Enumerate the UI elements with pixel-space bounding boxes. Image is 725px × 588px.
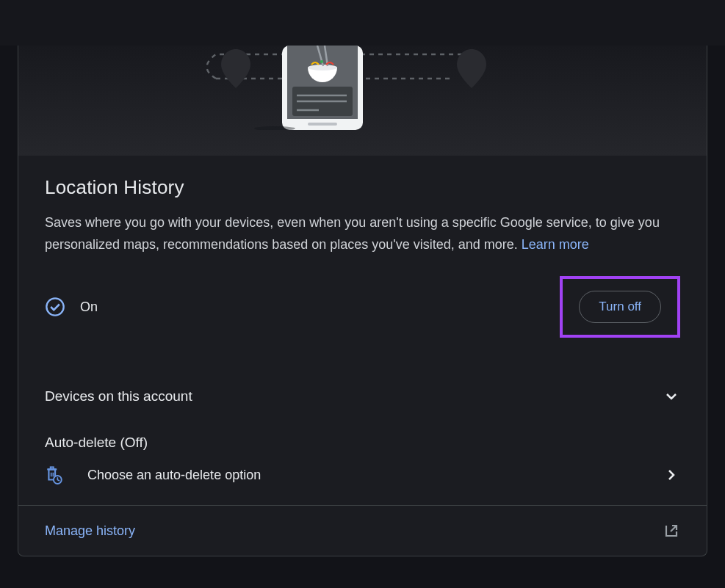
content-section: Location History Saves where you go with…	[18, 156, 707, 506]
check-circle-icon	[45, 297, 65, 317]
manage-history-label: Manage history	[45, 523, 135, 539]
auto-delete-icon	[45, 465, 64, 484]
svg-rect-3	[317, 76, 328, 81]
svg-point-13	[46, 299, 63, 316]
svg-rect-17	[51, 468, 54, 469]
devices-row[interactable]: Devices on this account	[45, 371, 680, 421]
section-title: Location History	[45, 176, 680, 199]
status-row: On Turn off	[45, 276, 680, 338]
section-description: Saves where you go with your devices, ev…	[45, 212, 680, 255]
svg-rect-11	[308, 123, 337, 126]
top-bar	[0, 0, 725, 46]
status-label: On	[80, 300, 98, 315]
chevron-down-icon	[663, 388, 680, 405]
svg-point-6	[320, 60, 323, 63]
auto-delete-row[interactable]: Choose an auto-delete option	[45, 465, 680, 484]
auto-delete-section: Auto-delete (Off) Choose an auto-delete …	[45, 421, 680, 505]
auto-delete-title: Auto-delete (Off)	[45, 435, 680, 451]
highlight-annotation: Turn off	[560, 276, 680, 338]
status-indicator: On	[45, 297, 98, 317]
hero-banner	[18, 46, 707, 156]
turn-off-button[interactable]: Turn off	[579, 291, 661, 323]
learn-more-link[interactable]: Learn more	[522, 237, 589, 252]
manage-history-row[interactable]: Manage history	[18, 506, 707, 556]
location-history-card: Location History Saves where you go with…	[18, 46, 707, 556]
location-illustration	[194, 46, 532, 130]
external-link-icon	[663, 522, 680, 540]
auto-delete-option-label: Choose an auto-delete option	[87, 468, 261, 483]
devices-label: Devices on this account	[45, 388, 192, 404]
svg-line-19	[671, 526, 677, 531]
chevron-right-icon	[663, 466, 680, 484]
